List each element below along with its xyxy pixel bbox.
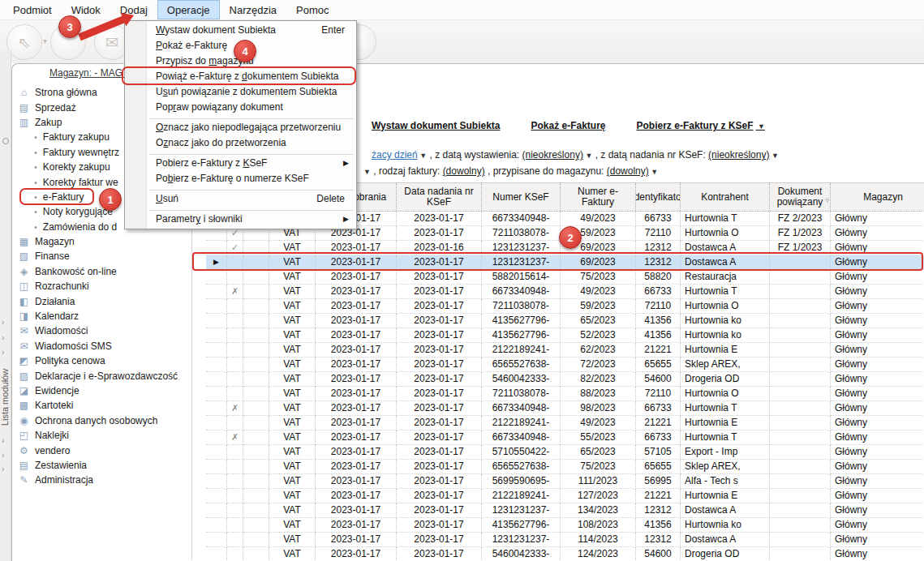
table-row[interactable]: VAT2023-01-172023-01-174135627796-108/20… bbox=[206, 518, 924, 533]
sidebar-item-magazyn[interactable]: ▦Magazyn bbox=[12, 234, 191, 249]
table-cell: 2023-01-17 bbox=[316, 241, 397, 255]
sidebar-item-ewidencje[interactable]: ◪Ewidencje bbox=[12, 383, 191, 398]
menu-item[interactable]: Pobierz e-Fakturę o numerze KSeF bbox=[125, 171, 356, 186]
sidebar-item-wiadomosci-sms[interactable]: ✉Wiadomości SMS bbox=[12, 339, 191, 353]
table-row[interactable]: ✗VAT2023-01-172023-01-176673340948-49/20… bbox=[206, 285, 924, 299]
table-row[interactable]: VAT2023-01-172023-01-172122189241-49/202… bbox=[206, 416, 924, 430]
table-row[interactable]: ✗VAT2023-01-172023-01-176673340948-55/20… bbox=[206, 430, 924, 445]
filter-dropdown-link[interactable]: (nieokreślony) bbox=[522, 149, 583, 161]
sidebar-item-vendero[interactable]: ⚙vendero bbox=[12, 443, 191, 457]
table-row[interactable]: VAT2023-01-172023-01-171231231237-134/20… bbox=[206, 503, 924, 518]
table-row[interactable]: VAT2023-01-172023-01-175699590695-111/20… bbox=[206, 474, 924, 489]
table-cell: 2023-01-17 bbox=[397, 285, 482, 299]
action-link-3[interactable]: Pobierz e-Faktury z KSeF ▼ bbox=[637, 120, 765, 131]
menu-item-label: Popraw powiązany dokument bbox=[156, 101, 283, 113]
table-row[interactable]: VAT2023-01-172023-01-175460042333-124/20… bbox=[206, 547, 924, 561]
menu-item[interactable]: Oznacz jako do przetworzenia bbox=[125, 135, 356, 151]
table-cell: 7211038078- bbox=[482, 226, 561, 241]
sidebar-item-wiadomosci[interactable]: ✉Wiadomości bbox=[12, 323, 191, 338]
table-cell bbox=[243, 460, 269, 474]
menu-item[interactable]: Oznacz jako niepodlegająca przetworzeniu bbox=[125, 120, 356, 135]
column-header[interactable]: Magazyn bbox=[831, 183, 924, 211]
sidebar-item-zestawienia[interactable]: ▤Zestawienia bbox=[12, 458, 191, 473]
collapse-chevron-icon[interactable]: › bbox=[2, 465, 4, 473]
column-header[interactable]: Numer e-Faktury bbox=[561, 183, 636, 211]
kalendarz-icon: ◨ bbox=[18, 310, 30, 322]
menu-item[interactable]: Pobierz e-Faktury z KSeF▶ bbox=[125, 156, 356, 171]
table-row[interactable]: ▶VAT2023-01-172023-01-171231231237-69/20… bbox=[206, 255, 924, 270]
sidebar-item-bankowosc-online[interactable]: ◈Bankowość on-line bbox=[12, 264, 191, 279]
sidebar-item-deklaracje[interactable]: ▨Deklaracje i e-Sprawozdawczość bbox=[12, 368, 191, 383]
table-cell: Główny bbox=[831, 328, 924, 343]
column-header[interactable]: Data nadania nr KSeF bbox=[397, 183, 482, 211]
table-row[interactable]: VAT2023-01-172023-01-176565527638-75/202… bbox=[206, 460, 924, 474]
menubar-item-dodaj[interactable]: Dodaj bbox=[110, 0, 157, 19]
row-marker bbox=[206, 518, 227, 533]
table-cell: Główny bbox=[831, 270, 924, 285]
menu-item[interactable]: UsuńDelete bbox=[125, 191, 356, 207]
filter-text: , przypisane do magazynu: bbox=[485, 165, 607, 177]
sidebar-item-finanse[interactable]: ▧Finanse bbox=[12, 249, 191, 263]
table-row[interactable]: VAT2023-01-172023-01-176565527638-72/202… bbox=[206, 358, 924, 372]
chevron-down-icon[interactable]: ▾ bbox=[43, 36, 47, 45]
sidebar-item-rozrachunki[interactable]: ◫Rozrachunki bbox=[12, 279, 191, 293]
pin-icon[interactable] bbox=[2, 138, 9, 144]
bullet-icon: • bbox=[34, 162, 37, 172]
table-row[interactable]: VAT2023-01-172023-01-171231231237-114/20… bbox=[206, 533, 924, 547]
menu-item[interactable]: Wystaw dokument SubiektaEnter bbox=[125, 23, 356, 38]
menu-item[interactable]: Usuń powiązanie z dokumentem Subiekta bbox=[125, 84, 356, 100]
collapse-chevron-icon[interactable]: › bbox=[2, 318, 4, 327]
column-header[interactable]: Dokument powiązany▿ bbox=[770, 183, 831, 211]
table-cell: Restauracja bbox=[681, 270, 770, 285]
column-header[interactable]: Identyfikator bbox=[636, 183, 681, 211]
menu-item[interactable]: Popraw powiązany dokument bbox=[125, 100, 356, 115]
filter-dropdown-link[interactable]: (nieokreślony) bbox=[708, 149, 769, 161]
table-row[interactable]: VAT2023-01-172023-01-177211038078-88/202… bbox=[206, 387, 924, 401]
sidebar-item-naklejki[interactable]: ◰Naklejki bbox=[12, 428, 191, 443]
sidebar-item-kartoteki[interactable]: ▩Kartoteki bbox=[12, 398, 191, 413]
table-cell: 108/2023 bbox=[561, 518, 636, 533]
menubar-item-podmiot[interactable]: Podmiot bbox=[3, 0, 62, 19]
sidebar-item-ochrona-danych[interactable]: ◉Ochrona danych osobowych bbox=[12, 413, 191, 428]
menubar-item-pomoc[interactable]: Pomoc bbox=[286, 0, 338, 19]
filter-dropdown-link[interactable]: (dowolny) bbox=[607, 165, 649, 177]
action-link-2[interactable]: Pokaż e-Fakturę bbox=[531, 120, 605, 131]
action-link-1[interactable]: Wystaw dokument Subiekta bbox=[372, 120, 500, 131]
table-row[interactable]: VAT2023-01-172023-01-174135627796-65/202… bbox=[206, 314, 924, 328]
table-cell: 72/2023 bbox=[561, 358, 636, 372]
collapse-chevron-icon[interactable]: › bbox=[2, 333, 4, 342]
table-cell: Główny bbox=[831, 314, 924, 328]
table-cell: 2023-01-17 bbox=[397, 226, 482, 241]
menu-item[interactable]: Parametry i słowniki▶ bbox=[125, 212, 356, 227]
column-header[interactable]: Kontrahent bbox=[681, 183, 770, 211]
table-cell: ✗ bbox=[227, 401, 243, 416]
sidebar-item-label: Zestawienia bbox=[35, 460, 87, 471]
table-row[interactable]: VAT2023-01-172023-01-175882015614-75/202… bbox=[206, 270, 924, 285]
sidebar-item-administracja[interactable]: ✎Administracja bbox=[12, 473, 191, 487]
menubar-item-operacje[interactable]: Operacje bbox=[157, 0, 220, 19]
select-tool-button[interactable]: ⇖ bbox=[6, 24, 42, 60]
table-row[interactable]: ✗VAT2023-01-172023-01-176673340948-98/20… bbox=[206, 401, 924, 416]
table-cell bbox=[243, 328, 269, 343]
sidebar-item-kalendarz[interactable]: ◨Kalendarz bbox=[12, 309, 191, 323]
table-row[interactable]: VAT2023-01-172023-01-174135627796-52/202… bbox=[206, 328, 924, 343]
sidebar-item-dzialania[interactable]: ◧Działania bbox=[12, 293, 191, 308]
table-row[interactable]: VAT2023-01-172023-01-172122189241-62/202… bbox=[206, 343, 924, 358]
table-row[interactable]: VAT2023-01-172023-01-172122189241-127/20… bbox=[206, 489, 924, 503]
collapse-chevron-icon[interactable]: › bbox=[2, 451, 4, 460]
table-cell: 54600 bbox=[636, 547, 681, 561]
filter-dropdown-link[interactable]: żacy dzień bbox=[372, 149, 418, 161]
table-cell: 2023-01-17 bbox=[397, 328, 482, 343]
table-row[interactable]: VAT2023-01-172023-01-177211038078-59/202… bbox=[206, 299, 924, 314]
table-cell: VAT bbox=[269, 241, 316, 255]
column-header[interactable]: Numer KSeF bbox=[482, 183, 561, 211]
table-cell: 2023-01-17 bbox=[397, 212, 482, 226]
sidebar-item-label: Zakup bbox=[35, 117, 62, 128]
filter-dropdown-link[interactable]: (dowolny) bbox=[443, 165, 485, 177]
sidebar-item-polityka-cenowa[interactable]: ◩Polityka cenowa bbox=[12, 353, 191, 368]
menubar-item-narzędzia[interactable]: Narzędzia bbox=[220, 0, 287, 19]
row-marker bbox=[206, 299, 227, 314]
table-row[interactable]: VAT2023-01-172023-01-175460042333-82/202… bbox=[206, 372, 924, 387]
table-row[interactable]: VAT2023-01-172023-01-175710550422-65/202… bbox=[206, 445, 924, 460]
menu-item[interactable]: Powiąż e-Fakturę z dokumentem Subiekta bbox=[125, 69, 356, 84]
